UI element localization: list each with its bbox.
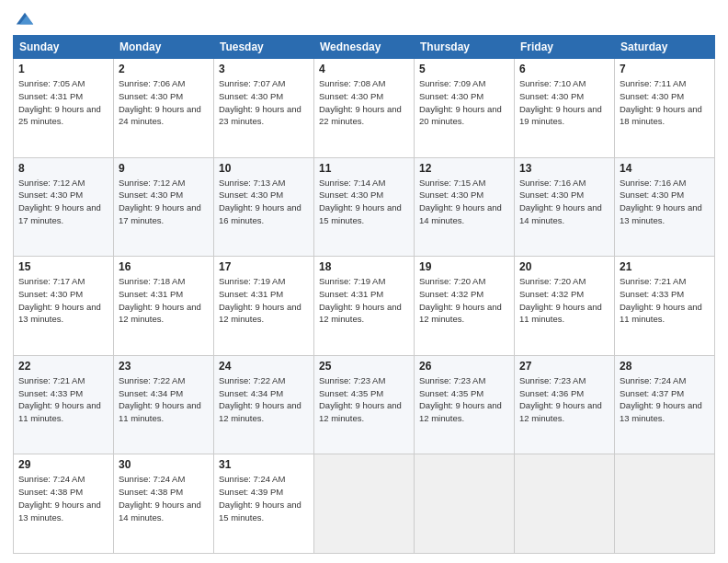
day-number: 2: [119, 63, 209, 75]
col-wednesday: Wednesday: [314, 36, 415, 59]
day-info: Sunrise: 7:21 AMSunset: 4:33 PMDaylight:…: [18, 374, 108, 425]
day-info: Sunrise: 7:20 AMSunset: 4:32 PMDaylight:…: [419, 275, 509, 326]
col-friday: Friday: [515, 36, 615, 59]
page: Sunday Monday Tuesday Wednesday Thursday…: [0, 0, 728, 563]
empty-cell: [515, 454, 615, 554]
header: [13, 9, 715, 29]
day-info: Sunrise: 7:06 AMSunset: 4:30 PMDaylight:…: [119, 77, 209, 128]
day-cell-30: 30Sunrise: 7:24 AMSunset: 4:38 PMDayligh…: [114, 454, 214, 554]
day-cell-23: 23Sunrise: 7:22 AMSunset: 4:34 PMDayligh…: [114, 355, 214, 454]
day-cell-10: 10Sunrise: 7:13 AMSunset: 4:30 PMDayligh…: [214, 157, 314, 257]
day-number: 28: [620, 360, 710, 373]
day-info: Sunrise: 7:10 AMSunset: 4:30 PMDaylight:…: [519, 77, 609, 128]
col-sunday: Sunday: [14, 36, 114, 59]
day-number: 16: [119, 260, 209, 273]
day-number: 31: [219, 458, 309, 471]
day-number: 22: [18, 360, 108, 373]
day-info: Sunrise: 7:14 AMSunset: 4:30 PMDaylight:…: [319, 177, 409, 227]
day-cell-12: 12Sunrise: 7:15 AMSunset: 4:30 PMDayligh…: [415, 157, 515, 257]
day-number: 11: [319, 162, 409, 175]
day-number: 14: [620, 162, 710, 175]
logo-text: [13, 9, 35, 29]
day-number: 20: [519, 260, 609, 273]
day-cell-4: 4Sunrise: 7:08 AMSunset: 4:30 PMDaylight…: [314, 59, 415, 158]
day-cell-13: 13Sunrise: 7:16 AMSunset: 4:30 PMDayligh…: [515, 157, 615, 257]
day-cell-26: 26Sunrise: 7:23 AMSunset: 4:35 PMDayligh…: [415, 355, 515, 454]
day-info: Sunrise: 7:19 AMSunset: 4:31 PMDaylight:…: [319, 275, 409, 326]
day-cell-15: 15Sunrise: 7:17 AMSunset: 4:30 PMDayligh…: [14, 257, 114, 356]
col-monday: Monday: [114, 36, 214, 59]
day-cell-11: 11Sunrise: 7:14 AMSunset: 4:30 PMDayligh…: [314, 157, 415, 257]
day-number: 17: [219, 260, 309, 273]
day-cell-27: 27Sunrise: 7:23 AMSunset: 4:36 PMDayligh…: [515, 355, 615, 454]
day-info: Sunrise: 7:22 AMSunset: 4:34 PMDaylight:…: [219, 374, 309, 425]
day-cell-18: 18Sunrise: 7:19 AMSunset: 4:31 PMDayligh…: [314, 257, 415, 356]
day-number: 13: [519, 162, 609, 175]
day-info: Sunrise: 7:13 AMSunset: 4:30 PMDaylight:…: [219, 177, 309, 227]
day-info: Sunrise: 7:16 AMSunset: 4:30 PMDaylight:…: [620, 177, 710, 227]
day-number: 26: [419, 360, 509, 373]
header-row: Sunday Monday Tuesday Wednesday Thursday…: [14, 36, 715, 59]
day-info: Sunrise: 7:12 AMSunset: 4:30 PMDaylight:…: [119, 177, 209, 227]
day-info: Sunrise: 7:22 AMSunset: 4:34 PMDaylight:…: [119, 374, 209, 425]
col-tuesday: Tuesday: [214, 36, 314, 59]
day-cell-17: 17Sunrise: 7:19 AMSunset: 4:31 PMDayligh…: [214, 257, 314, 356]
day-cell-14: 14Sunrise: 7:16 AMSunset: 4:30 PMDayligh…: [615, 157, 715, 257]
day-number: 25: [319, 360, 409, 373]
week-row-5: 29Sunrise: 7:24 AMSunset: 4:38 PMDayligh…: [14, 454, 715, 554]
day-number: 6: [519, 63, 609, 75]
day-number: 29: [18, 458, 108, 471]
day-number: 7: [620, 63, 710, 75]
day-info: Sunrise: 7:16 AMSunset: 4:30 PMDaylight:…: [519, 177, 609, 227]
day-cell-2: 2Sunrise: 7:06 AMSunset: 4:30 PMDaylight…: [114, 59, 214, 158]
day-number: 9: [119, 162, 209, 175]
logo-icon: [15, 9, 35, 29]
empty-cell: [314, 454, 415, 554]
day-cell-31: 31Sunrise: 7:24 AMSunset: 4:39 PMDayligh…: [214, 454, 314, 554]
day-info: Sunrise: 7:21 AMSunset: 4:33 PMDaylight:…: [620, 275, 710, 326]
day-info: Sunrise: 7:24 AMSunset: 4:38 PMDaylight:…: [119, 473, 209, 523]
day-info: Sunrise: 7:05 AMSunset: 4:31 PMDaylight:…: [18, 77, 108, 128]
week-row-1: 1Sunrise: 7:05 AMSunset: 4:31 PMDaylight…: [14, 59, 715, 158]
day-cell-16: 16Sunrise: 7:18 AMSunset: 4:31 PMDayligh…: [114, 257, 214, 356]
col-saturday: Saturday: [615, 36, 715, 59]
day-cell-9: 9Sunrise: 7:12 AMSunset: 4:30 PMDaylight…: [114, 157, 214, 257]
day-number: 19: [419, 260, 509, 273]
day-info: Sunrise: 7:07 AMSunset: 4:30 PMDaylight:…: [219, 77, 309, 128]
day-number: 3: [219, 63, 309, 75]
empty-cell: [415, 454, 515, 554]
day-number: 1: [18, 63, 108, 75]
day-number: 4: [319, 63, 409, 75]
day-cell-29: 29Sunrise: 7:24 AMSunset: 4:38 PMDayligh…: [14, 454, 114, 554]
day-info: Sunrise: 7:15 AMSunset: 4:30 PMDaylight:…: [419, 177, 509, 227]
day-cell-19: 19Sunrise: 7:20 AMSunset: 4:32 PMDayligh…: [415, 257, 515, 356]
day-cell-20: 20Sunrise: 7:20 AMSunset: 4:32 PMDayligh…: [515, 257, 615, 356]
day-cell-22: 22Sunrise: 7:21 AMSunset: 4:33 PMDayligh…: [14, 355, 114, 454]
week-row-4: 22Sunrise: 7:21 AMSunset: 4:33 PMDayligh…: [14, 355, 715, 454]
week-row-3: 15Sunrise: 7:17 AMSunset: 4:30 PMDayligh…: [14, 257, 715, 356]
day-info: Sunrise: 7:17 AMSunset: 4:30 PMDaylight:…: [18, 275, 108, 326]
day-info: Sunrise: 7:18 AMSunset: 4:31 PMDaylight:…: [119, 275, 209, 326]
col-thursday: Thursday: [415, 36, 515, 59]
day-number: 27: [519, 360, 609, 373]
day-cell-24: 24Sunrise: 7:22 AMSunset: 4:34 PMDayligh…: [214, 355, 314, 454]
day-info: Sunrise: 7:12 AMSunset: 4:30 PMDaylight:…: [18, 177, 108, 227]
day-number: 10: [219, 162, 309, 175]
day-info: Sunrise: 7:23 AMSunset: 4:35 PMDaylight:…: [319, 374, 409, 425]
day-info: Sunrise: 7:20 AMSunset: 4:32 PMDaylight:…: [519, 275, 609, 326]
day-info: Sunrise: 7:24 AMSunset: 4:37 PMDaylight:…: [620, 374, 710, 425]
day-number: 24: [219, 360, 309, 373]
logo: [13, 9, 35, 29]
week-row-2: 8Sunrise: 7:12 AMSunset: 4:30 PMDaylight…: [14, 157, 715, 257]
day-cell-21: 21Sunrise: 7:21 AMSunset: 4:33 PMDayligh…: [615, 257, 715, 356]
day-info: Sunrise: 7:11 AMSunset: 4:30 PMDaylight:…: [620, 77, 710, 128]
day-info: Sunrise: 7:23 AMSunset: 4:35 PMDaylight:…: [419, 374, 509, 425]
day-number: 12: [419, 162, 509, 175]
day-info: Sunrise: 7:08 AMSunset: 4:30 PMDaylight:…: [319, 77, 409, 128]
day-number: 21: [620, 260, 710, 273]
day-number: 18: [319, 260, 409, 273]
day-cell-5: 5Sunrise: 7:09 AMSunset: 4:30 PMDaylight…: [415, 59, 515, 158]
day-cell-8: 8Sunrise: 7:12 AMSunset: 4:30 PMDaylight…: [14, 157, 114, 257]
day-cell-6: 6Sunrise: 7:10 AMSunset: 4:30 PMDaylight…: [515, 59, 615, 158]
day-info: Sunrise: 7:24 AMSunset: 4:39 PMDaylight:…: [219, 473, 309, 523]
